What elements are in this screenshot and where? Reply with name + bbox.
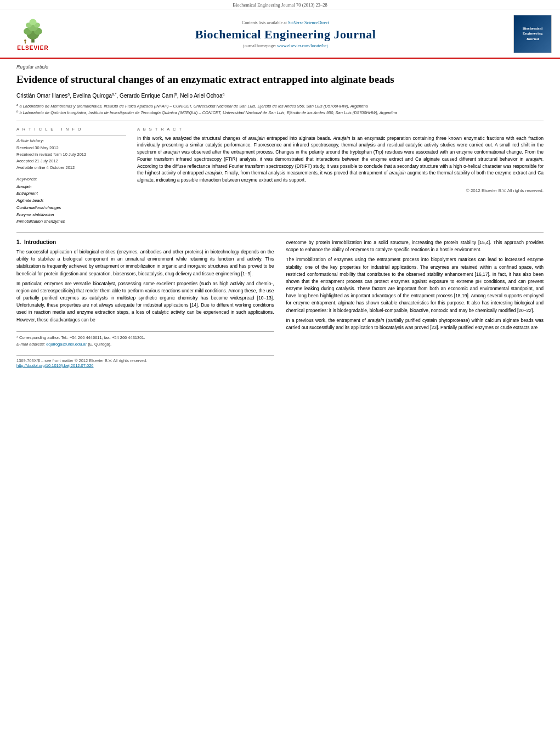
journal-main-title: Biochemical Engineering Journal <box>67 27 504 42</box>
email-link[interactable]: equiroga@unsl.edu.ar <box>46 342 87 347</box>
footnote-area: * Corresponding author. Tel.: +54 266 44… <box>16 331 274 348</box>
thumb-title: BiochemicalEngineeringJournal <box>523 26 543 41</box>
journal-homepage: journal homepage: www.elsevier.com/locat… <box>67 43 504 48</box>
svg-point-8 <box>24 39 26 41</box>
keyword-3: Alginate beads <box>16 197 126 205</box>
article-info-col: A R T I C L E I N F O Article history: R… <box>16 127 126 226</box>
intro-heading: 1. Introduction <box>16 239 274 245</box>
footnote-corresponding: * Corresponding author. Tel.: +54 266 44… <box>16 335 274 341</box>
body-divider <box>16 232 544 233</box>
abstract-text: In this work, we analyzed the structural… <box>137 135 544 184</box>
footer-doi: http://dx.doi.org/10.1016/j.bej.2012.07.… <box>16 363 274 368</box>
footer-issn: 1369-703X/$ – see front matter © 2012 El… <box>16 358 274 363</box>
intro-para-1: The successful application of biological… <box>16 248 274 278</box>
elsevier-logo: ELSEVIER <box>8 18 58 51</box>
sciverse-line: Contents lists available at SciVerse Sci… <box>67 20 504 25</box>
available-date: Available online 4 October 2012 <box>16 165 126 171</box>
journal-reference: Biochemical Engineering Journal 70 (2013… <box>233 2 327 8</box>
journal-thumbnail: BiochemicalEngineeringJournal <box>513 15 552 53</box>
svg-rect-9 <box>25 41 26 43</box>
revised-date: Received in revised form 10 July 2012 <box>16 151 126 158</box>
sciverse-link[interactable]: SciVerse ScienceDirect <box>288 20 329 25</box>
article-info-heading: A R T I C L E I N F O <box>16 127 126 132</box>
right-para-1: overcome by protein immobilization into … <box>286 239 544 253</box>
right-para-3: In a previous work, the entrapment of ar… <box>286 317 544 331</box>
keyword-2: Entrapment <box>16 190 126 197</box>
intro-para-2: In particular, enzymes are versatile bio… <box>16 280 274 324</box>
article-type: Regular article <box>16 64 544 70</box>
keyword-5: Enzyme stabilization <box>16 212 126 219</box>
article-title: Evidence of structural changes of an enz… <box>16 73 544 87</box>
keyword-6: Immobilization of enzymes <box>16 218 126 225</box>
keyword-1: Araujain <box>16 184 126 191</box>
page: Biochemical Engineering Journal 70 (2013… <box>0 0 560 741</box>
received-date: Received 30 May 2012 <box>16 145 126 151</box>
keyword-4: Conformational changes <box>16 205 126 212</box>
body-right-col: overcome by protein immobilization into … <box>286 239 544 368</box>
footnote-email: E-mail address: equiroga@unsl.edu.ar (E.… <box>16 341 274 348</box>
right-para-2: The immobilization of enzymes using the … <box>286 256 544 314</box>
article-info-box: Article history: Received 30 May 2012 Re… <box>16 135 126 171</box>
article-history-label: Article history: <box>16 138 126 143</box>
journal-header: ELSEVIER Contents lists available at Sci… <box>0 9 560 59</box>
affiliations: a a Laboratorio de Membranas y Biomateri… <box>16 102 544 116</box>
footer-bar: 1369-703X/$ – see front matter © 2012 El… <box>16 355 274 368</box>
svg-point-7 <box>29 19 36 25</box>
journal-title-area: Contents lists available at SciVerse Sci… <box>67 20 504 48</box>
abstract-col: A B S T R A C T In this work, we analyze… <box>137 127 544 226</box>
elsevier-label: ELSEVIER <box>17 45 48 51</box>
accepted-date: Accepted 21 July 2012 <box>16 158 126 165</box>
authors: Cristián Omar Illanesa, Evelina Quirogaa… <box>16 92 544 99</box>
body-left-col: 1. Introduction The successful applicati… <box>16 239 274 368</box>
elsevier-tree-icon <box>18 18 48 45</box>
keywords-section: Keywords: Araujain Entrapment Alginate b… <box>16 177 126 226</box>
body-columns: 1. Introduction The successful applicati… <box>16 239 544 368</box>
article-content: Regular article Evidence of structural c… <box>0 59 560 379</box>
journal-ref-bar: Biochemical Engineering Journal 70 (2013… <box>0 0 560 9</box>
keywords-label: Keywords: <box>16 177 126 182</box>
doi-link[interactable]: http://dx.doi.org/10.1016/j.bej.2012.07.… <box>16 363 94 368</box>
divider <box>16 121 544 121</box>
abstract-heading: A B S T R A C T <box>137 127 544 132</box>
info-abstract-cols: A R T I C L E I N F O Article history: R… <box>16 127 544 226</box>
homepage-link[interactable]: www.elsevier.com/locate/bej <box>277 43 327 48</box>
copyright: © 2012 Elsevier B.V. All rights reserved… <box>137 188 544 193</box>
